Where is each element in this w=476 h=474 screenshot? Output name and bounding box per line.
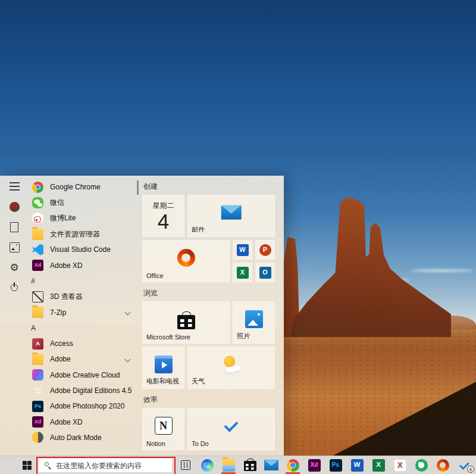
- start-tile[interactable]: 照片: [233, 301, 275, 344]
- app-list-item[interactable]: 微博Lite: [30, 211, 139, 226]
- app-list-label: Adobe Digital Editions 4.5: [50, 386, 131, 395]
- app-list-label: Adobe Creative Cloud: [50, 371, 120, 379]
- folder-icon: [32, 354, 43, 365]
- start-tile[interactable]: To Do: [187, 408, 275, 450]
- app-list-label: 7-Zip: [50, 308, 66, 317]
- rail-button[interactable]: [0, 221, 29, 233]
- taskbar-app[interactable]: [389, 456, 411, 474]
- documents-icon: [10, 222, 18, 232]
- app-list-label: Adobe Photoshop 2020: [50, 402, 124, 410]
- app-list-label: Adobe: [50, 355, 71, 363]
- taskbar: 6: [0, 456, 476, 474]
- start-tile[interactable]: Notion: [142, 408, 184, 450]
- task-view-button[interactable]: [177, 456, 194, 474]
- photos-icon: [245, 310, 263, 328]
- tile-grid: Microsoft Store 照片 电影和电视: [142, 301, 275, 389]
- taskbar-app[interactable]: [196, 456, 218, 474]
- start-tile[interactable]: Office: [142, 240, 230, 282]
- app-list-item[interactable]: Visual Studio Code: [30, 242, 139, 257]
- app-list-item[interactable]: A: [30, 320, 139, 336]
- start-tile[interactable]: Microsoft Store: [142, 301, 230, 344]
- small-tile[interactable]: [233, 263, 252, 282]
- app-list-label: 微信: [50, 198, 64, 208]
- mail-icon: [264, 460, 278, 470]
- outlook-icon: [259, 267, 271, 279]
- app-list-item[interactable]: 3D 查看器: [30, 289, 139, 304]
- taskbar-search[interactable]: [39, 459, 172, 472]
- start-tile[interactable]: 天气: [187, 347, 275, 389]
- app-list-item[interactable]: Adobe Digital Editions 4.5: [30, 383, 139, 398]
- tile-label: 照片: [237, 332, 250, 341]
- app-list-item[interactable]: Adobe: [30, 351, 139, 367]
- app-list-scrollbar[interactable]: [137, 180, 139, 195]
- tile-label: Notion: [146, 440, 165, 447]
- tile-group: 创建 星期二 4 邮件: [142, 182, 284, 282]
- folder-icon: [32, 229, 43, 240]
- taskbar-app[interactable]: [218, 456, 239, 474]
- rail-button[interactable]: [0, 282, 29, 294]
- search-input[interactable]: [56, 461, 172, 470]
- store-icon: [244, 461, 256, 471]
- app-list-item[interactable]: Adobe XD: [30, 257, 139, 273]
- app-list-item[interactable]: Adobe Creative Cloud: [30, 367, 139, 383]
- start-button[interactable]: [17, 456, 37, 474]
- weather-icon: [220, 356, 243, 373]
- taskbar-app[interactable]: [282, 456, 303, 474]
- autodark-icon: [32, 432, 43, 443]
- tile-group-label[interactable]: 创建: [143, 182, 284, 190]
- start-tile[interactable]: 星期二 4: [142, 195, 184, 237]
- app-list-item[interactable]: Adobe Photoshop 2020: [30, 398, 139, 414]
- taskbar-app[interactable]: 6: [453, 456, 475, 474]
- chrome-icon: [32, 182, 43, 193]
- chevron-down-icon[interactable]: [125, 310, 131, 316]
- app-list-item[interactable]: Adobe XD: [30, 414, 139, 429]
- small-tile[interactable]: [255, 240, 275, 260]
- app-list-item[interactable]: #: [30, 273, 139, 289]
- tile-label: To Do: [192, 440, 209, 447]
- app-list-item[interactable]: 7-Zip: [30, 304, 139, 320]
- folder-icon: [32, 307, 43, 318]
- app-list-label: Access: [50, 339, 73, 348]
- access-icon: [32, 338, 43, 350]
- small-tile[interactable]: [233, 240, 252, 260]
- calendar-day: 4: [142, 211, 184, 233]
- evernote-icon: [415, 459, 428, 472]
- taskbar-app[interactable]: [368, 456, 389, 474]
- app-list-label: Auto Dark Mode: [50, 434, 102, 442]
- tile-group-label[interactable]: 浏览: [143, 288, 284, 297]
- app-list-item[interactable]: Access: [30, 336, 139, 351]
- small-tile[interactable]: [255, 263, 275, 282]
- excel-icon: [372, 459, 385, 472]
- app-list-item[interactable]: 微信: [30, 195, 139, 210]
- app-list-label: 文件资源管理器: [50, 229, 100, 239]
- app-list-item[interactable]: Google Chrome: [30, 179, 139, 195]
- taskbar-app[interactable]: [411, 456, 432, 474]
- app-list-label: 微博Lite: [50, 213, 76, 223]
- viewer3d-icon: [32, 291, 43, 303]
- weibo-icon: [32, 213, 43, 224]
- xd-icon: [308, 459, 321, 472]
- taskbar-app[interactable]: [346, 456, 368, 474]
- rail-button[interactable]: [0, 241, 29, 253]
- rail-button[interactable]: [0, 261, 29, 273]
- app-list-item[interactable]: Auto Dark Mode: [30, 430, 139, 445]
- taskbar-app[interactable]: [325, 456, 346, 474]
- edge-icon: [201, 459, 214, 472]
- app-list-label: Adobe XD: [50, 261, 83, 270]
- chevron-down-icon[interactable]: [125, 356, 131, 362]
- start-tile[interactable]: [233, 240, 275, 282]
- start-tile[interactable]: 邮件: [187, 195, 275, 237]
- word-icon: [351, 459, 364, 472]
- taskbar-app[interactable]: [261, 456, 282, 474]
- taskbar-app[interactable]: [239, 456, 261, 474]
- start-tile[interactable]: 电影和电视: [142, 347, 184, 389]
- rail-button[interactable]: [0, 180, 29, 192]
- taskbar-app[interactable]: [432, 456, 453, 474]
- tile-group-label[interactable]: 效率: [143, 395, 284, 403]
- app-list-label: Visual Studio Code: [50, 245, 111, 254]
- app-list-item[interactable]: 文件资源管理器: [30, 226, 139, 242]
- vscode-icon: [32, 244, 43, 255]
- taskbar-app[interactable]: [303, 456, 325, 474]
- xd-icon: [32, 260, 43, 271]
- rail-button[interactable]: [0, 201, 29, 213]
